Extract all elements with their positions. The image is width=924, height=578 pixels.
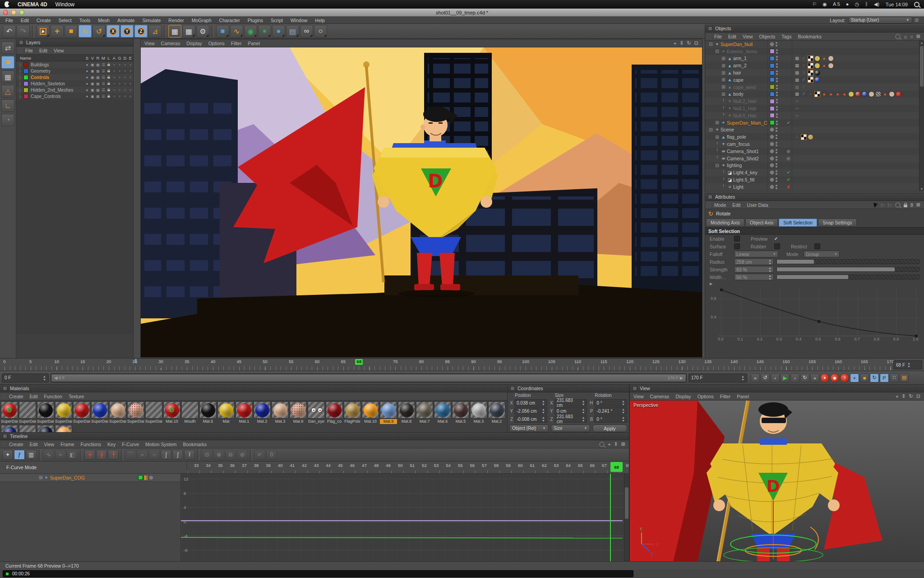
workplane-icon[interactable]: △ <box>1 85 14 98</box>
enable-checkbox[interactable] <box>734 236 740 242</box>
material-item-mat-9[interactable]: Mat.9 <box>380 401 397 424</box>
viewport-menu-cameras[interactable]: Cameras <box>161 41 180 46</box>
object-state-icon[interactable]: ✔ <box>785 176 792 183</box>
material-thumbnail[interactable] <box>217 401 235 419</box>
object-layer-chip[interactable] <box>770 120 775 125</box>
layers-col-g[interactable]: G <box>117 56 122 61</box>
object-enable-dot[interactable] <box>770 142 774 146</box>
fcurve-graph[interactable]: 12840-4-8-12 <box>181 474 629 563</box>
spline-slow-icon[interactable]: ∩ <box>149 450 160 460</box>
time-machine-icon[interactable]: ◷ <box>855 1 859 7</box>
layer-toggle-r[interactable]: ▦ <box>95 94 101 98</box>
material-tag-icon[interactable] <box>814 56 820 61</box>
tab-modeling-axis[interactable]: Modeling Axis <box>706 219 744 227</box>
layer-toggle-v[interactable]: ▣ <box>90 88 95 92</box>
object-visibility-dots[interactable] <box>776 135 777 139</box>
display-tag-icon[interactable]: ▨ <box>794 63 800 69</box>
layer-toggle-e[interactable]: ▾ <box>128 69 133 73</box>
secondary-viewport-canvas[interactable]: D Y X Z Perspective <box>630 401 924 562</box>
layer-toggle-v[interactable]: ▣ <box>90 63 95 67</box>
material-thumbnail[interactable] <box>73 401 90 419</box>
add-key-icon[interactable]: ┿ <box>84 450 95 460</box>
material-thumbnail[interactable] <box>181 401 199 419</box>
uvw-tag-icon[interactable] <box>808 56 813 61</box>
layers-col-s[interactable]: S <box>84 56 90 61</box>
softsel-mode-dropdown[interactable]: Group▼ <box>804 251 840 257</box>
timeline-menu-key[interactable]: Key <box>107 442 116 447</box>
object-visibility-dots[interactable] <box>776 177 777 182</box>
objects-add-icon[interactable]: ⊞ <box>916 33 920 39</box>
layer-toggle-v[interactable]: ▣ <box>90 94 95 98</box>
layers-col-name[interactable]: Name <box>16 56 84 61</box>
sync-icon[interactable]: ◉ <box>822 1 827 7</box>
uvw-tag-icon[interactable] <box>808 77 813 83</box>
polygon-selection-tag-icon[interactable]: ▲ <box>882 91 888 97</box>
lock-time-icon[interactable]: ⊖ <box>225 450 236 460</box>
spotlight-icon[interactable] <box>914 2 919 7</box>
undo-icon[interactable]: ↶ <box>3 25 16 37</box>
layer-toggle-d[interactable]: ▾ <box>122 75 128 79</box>
spline-linear-icon[interactable]: ⌒ <box>125 450 136 460</box>
ease-in-icon[interactable]: ʃ <box>172 450 183 460</box>
object-row-light-4-key[interactable]: ╵◪Light.4_key✔ <box>705 169 924 176</box>
lock-z-icon[interactable]: Z <box>134 25 148 37</box>
layer-toggle-d[interactable]: ▾ <box>122 63 128 67</box>
material-thumbnail[interactable] <box>452 401 469 419</box>
layer-toggle-s[interactable]: ● <box>84 69 90 73</box>
layer-toggle-g[interactable]: ▾ <box>117 82 122 86</box>
object-enable-dot[interactable] <box>770 42 774 47</box>
display-tag-icon[interactable]: ▨ <box>794 77 800 83</box>
object-visibility-dots[interactable] <box>776 78 778 82</box>
material-thumbnail[interactable] <box>290 401 307 419</box>
apply-button[interactable]: Apply <box>592 424 627 432</box>
object-row-superdan-null[interactable]: ⊟⌖SuperDan_Null <box>705 41 924 48</box>
purple-curve[interactable] <box>181 520 623 521</box>
objects-scrollbar[interactable]: ▲▼ <box>919 41 924 191</box>
axis-mode-icon[interactable]: ∟ <box>1 99 14 112</box>
attributes-lock-icon[interactable] <box>904 205 907 207</box>
polygon-selection-tag-icon[interactable]: ▲ <box>821 91 827 97</box>
fcurve-mode-icon[interactable]: ƒ <box>14 450 25 460</box>
object-layer-chip[interactable] <box>770 70 775 75</box>
track-expander-icon[interactable]: ⊞ <box>39 475 42 480</box>
secondary-viewport-menu-display[interactable]: Display <box>675 394 691 399</box>
object-enable-dot[interactable] <box>770 127 774 132</box>
timeline-menu-edit[interactable]: Edit <box>30 442 38 447</box>
material-item-mat-7[interactable]: Mat.7 <box>416 401 433 424</box>
falloff-dropdown[interactable]: Linear▼ <box>734 251 778 257</box>
object-visibility-dots[interactable] <box>776 156 777 161</box>
surface-checkbox[interactable] <box>734 243 740 249</box>
object-layer-chip[interactable] <box>770 106 775 111</box>
secondary-toggle-view-icon[interactable]: ⊡ <box>916 393 920 399</box>
objects-menu-view[interactable]: View <box>743 34 753 39</box>
object-visibility-dots[interactable] <box>776 185 777 189</box>
object-visibility-dots[interactable] <box>776 63 778 68</box>
objects-menu-file[interactable]: File <box>714 34 722 39</box>
layer-toggle-r[interactable]: ▦ <box>95 88 101 92</box>
app-menu-window[interactable]: Window <box>291 18 307 23</box>
polygon-selection-tag-icon[interactable]: ▲ <box>841 91 847 97</box>
material-tag-icon[interactable] <box>808 134 813 140</box>
render-view-icon[interactable]: ▦ <box>168 25 181 37</box>
play-loop-button[interactable]: ↻ <box>800 373 809 382</box>
app-menu-create[interactable]: Create <box>37 18 51 23</box>
material-item-mat-3[interactable]: Mat.3 <box>272 401 289 424</box>
material-thumbnail[interactable] <box>344 401 361 419</box>
layer-row-geometry[interactable]: ├Geometry●▣▦☰▾▾▾▾ <box>16 68 133 74</box>
layers-col-d[interactable]: D <box>122 56 128 61</box>
object-expander-icon[interactable]: ⊞ <box>721 70 726 75</box>
coord-field-size-z[interactable]: 231.683 cm▲▼ <box>554 415 587 423</box>
layer-lock-icon[interactable] <box>106 81 111 86</box>
strength-slider[interactable] <box>776 267 919 272</box>
timeline-menu-view[interactable]: View <box>44 442 55 447</box>
layer-toggle-d[interactable]: ▾ <box>122 88 128 92</box>
redo-icon[interactable]: ↷ <box>17 25 30 37</box>
material-item[interactable] <box>1 425 18 432</box>
object-layer-chip[interactable] <box>770 77 775 82</box>
layer-color-chip[interactable] <box>23 62 28 67</box>
material-thumbnail[interactable] <box>145 401 162 419</box>
add-cube-icon[interactable]: ■ <box>216 25 229 37</box>
layer-toggle-m[interactable]: ☰ <box>101 82 106 86</box>
material-thumbnail[interactable]: D <box>1 401 18 419</box>
range-start-field[interactable]: 0 F▲▼ <box>2 373 49 382</box>
